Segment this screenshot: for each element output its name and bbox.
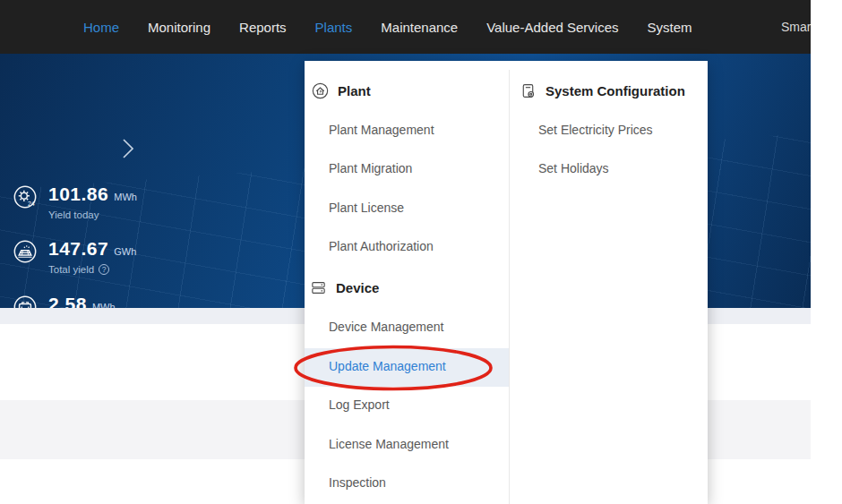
plant-icon: [312, 82, 329, 99]
menu-item-set-electricity-prices[interactable]: Set Electricity Prices: [538, 124, 653, 137]
menu-item-plant-license[interactable]: Plant License: [329, 201, 404, 215]
total-yield-icon: [13, 239, 38, 264]
menu-section-title: Plant: [338, 83, 371, 98]
kpi-label: Yield today: [48, 209, 137, 220]
menu-item-license-management[interactable]: License Management: [329, 438, 449, 451]
menu-item-plant-management[interactable]: Plant Management: [329, 124, 434, 137]
menu-section-device: Device: [310, 279, 379, 296]
nav-item-reports[interactable]: Reports: [239, 20, 287, 35]
nav-item-plants[interactable]: Plants: [315, 20, 353, 35]
svg-text:24: 24: [28, 201, 35, 207]
kpi-unit: GWh: [114, 246, 136, 257]
brand-label: SmartPVMS: [781, 0, 811, 54]
menu-item-set-holidays[interactable]: Set Holidays: [538, 162, 609, 175]
plants-dropdown-menu: Plant Plant Management Plant Migration P…: [305, 61, 708, 504]
help-icon[interactable]: ?: [99, 264, 109, 275]
kpi-value: 2.58MWh: [48, 295, 140, 308]
nav-item-value-added-services[interactable]: Value-Added Services: [486, 20, 618, 35]
kpi-yield-today: 24 101.86MWh Yield today: [13, 184, 137, 220]
system-config-icon: [520, 82, 537, 99]
kpi-label: Total yield?: [48, 264, 136, 275]
menu-item-plant-migration[interactable]: Plant Migration: [329, 162, 412, 175]
menu-item-plant-authorization[interactable]: Plant Authorization: [329, 240, 434, 253]
menu-item-inspection[interactable]: Inspection: [329, 476, 386, 490]
menu-column-divider: [509, 70, 510, 504]
top-nav: Home Monitoring Reports Plants Maintenan…: [0, 0, 811, 54]
kpi-total-yield: 147.67GWh Total yield?: [13, 239, 136, 275]
app-window: Home Monitoring Reports Plants Maintenan…: [0, 0, 842, 504]
kpi-value: 101.86MWh: [48, 184, 137, 203]
daily-yield-icon: 24: [13, 184, 38, 209]
kpi-ess-capacity: 2.58MWh Rated ESS capacity: [13, 295, 140, 308]
kpi-unit: MWh: [92, 302, 116, 308]
menu-item-device-management[interactable]: Device Management: [329, 320, 443, 334]
nav-item-home[interactable]: Home: [83, 20, 119, 35]
nav-item-maintenance[interactable]: Maintenance: [381, 20, 458, 35]
kpi-value: 147.67GWh: [48, 239, 136, 258]
ess-capacity-icon: [13, 295, 38, 308]
nav-item-monitoring[interactable]: Monitoring: [148, 20, 210, 35]
menu-section-title: Device: [336, 280, 379, 295]
menu-section-system-configuration: System Configuration: [520, 82, 685, 99]
menu-item-log-export[interactable]: Log Export: [329, 398, 390, 412]
menu-section-plant: Plant: [312, 82, 371, 99]
kpi-unit: MWh: [114, 192, 137, 202]
device-icon: [310, 279, 327, 296]
page-content: Home Monitoring Reports Plants Maintenan…: [0, 0, 811, 504]
carousel-next-icon[interactable]: [120, 138, 136, 163]
menu-section-title: System Configuration: [546, 83, 685, 98]
menu-item-update-management[interactable]: Update Management: [329, 360, 446, 373]
nav-item-system[interactable]: System: [648, 20, 692, 35]
